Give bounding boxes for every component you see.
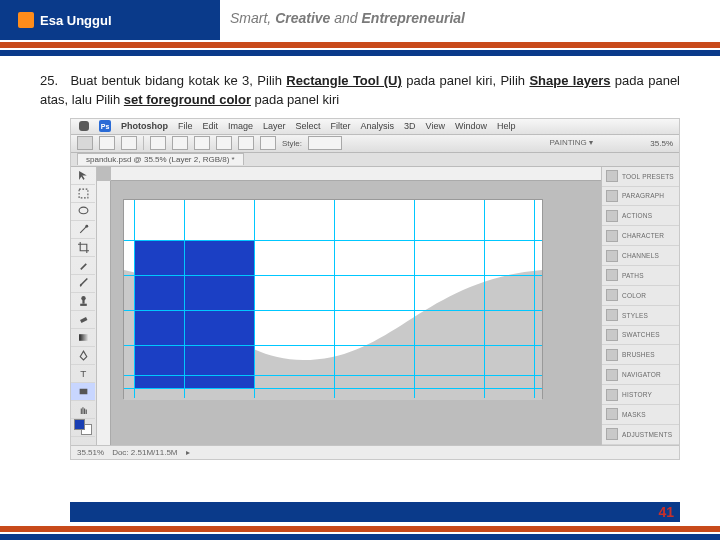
guide-v[interactable] [334, 200, 335, 398]
panel-history[interactable]: HISTORY [602, 385, 679, 405]
svg-point-5 [81, 296, 85, 300]
workspace: T [71, 167, 679, 445]
panel-navigator[interactable]: NAVIGATOR [602, 365, 679, 385]
guide-v[interactable] [484, 200, 485, 398]
fill-pixels-button[interactable] [121, 136, 137, 150]
stamp-tool[interactable] [71, 293, 95, 311]
panel-icon [606, 250, 618, 262]
brush-tool[interactable] [71, 275, 95, 293]
guide-v[interactable] [414, 200, 415, 398]
foreground-background-color[interactable] [71, 419, 95, 437]
tools-panel: T [71, 167, 97, 445]
brand-text: Esa Unggul [40, 13, 112, 28]
panel-brushes[interactable]: BRUSHES [602, 345, 679, 365]
guide-v[interactable] [184, 200, 185, 398]
guide-h[interactable] [124, 240, 542, 241]
svg-rect-9 [79, 388, 87, 394]
header-rule-orange [0, 42, 720, 48]
shape-custom-icon[interactable] [260, 136, 276, 150]
svg-point-2 [85, 224, 88, 227]
menu-analysis[interactable]: Analysis [361, 121, 395, 131]
page-number: 41 [658, 504, 674, 520]
wand-tool[interactable] [71, 221, 95, 239]
right-panel-dock: TOOL PRESETS PARAGRAPH ACTIONS CHARACTER… [601, 167, 679, 445]
menu-layer[interactable]: Layer [263, 121, 286, 131]
menu-image[interactable]: Image [228, 121, 253, 131]
panel-icon [606, 289, 618, 301]
eyedropper-tool[interactable] [71, 257, 95, 275]
rectangle-tool[interactable] [71, 383, 95, 401]
panel-channels[interactable]: CHANNELS [602, 246, 679, 266]
guide-v[interactable] [254, 200, 255, 398]
panel-icon [606, 269, 618, 281]
guide-h[interactable] [124, 375, 542, 376]
panel-character[interactable]: CHARACTER [602, 226, 679, 246]
footer-rule-blue [0, 534, 720, 540]
foreground-color-swatch[interactable] [74, 419, 85, 430]
blue-rectangle-shape [134, 240, 254, 388]
panel-actions[interactable]: ACTIONS [602, 206, 679, 226]
menu-filter[interactable]: Filter [331, 121, 351, 131]
menu-help[interactable]: Help [497, 121, 516, 131]
svg-rect-7 [79, 334, 88, 341]
photoshop-screenshot: Ps Photoshop File Edit Image Layer Selec… [70, 118, 680, 460]
pen-tool[interactable] [71, 347, 95, 365]
panel-color[interactable]: COLOR [602, 286, 679, 306]
shape-layers-button[interactable] [77, 136, 93, 150]
status-zoom[interactable]: 35.51% [77, 448, 104, 457]
panel-paths[interactable]: PATHS [602, 266, 679, 286]
photoshop-app-icon[interactable]: Ps [99, 120, 111, 132]
ruler-horizontal[interactable] [111, 167, 601, 181]
panel-adjustments[interactable]: ADJUSTMENTS [602, 425, 679, 445]
panel-paragraph[interactable]: PARAGRAPH [602, 187, 679, 207]
panel-styles[interactable]: STYLES [602, 306, 679, 326]
header-rule-blue [0, 50, 720, 56]
panel-swatches[interactable]: SWATCHES [602, 326, 679, 346]
style-dropdown[interactable] [308, 136, 342, 150]
status-doc-size[interactable]: Doc: 2.51M/11.5M [112, 448, 177, 457]
panel-masks[interactable]: MASKS [602, 405, 679, 425]
guide-v[interactable] [534, 200, 535, 398]
apple-icon[interactable] [79, 121, 89, 131]
panel-icon [606, 389, 618, 401]
panel-icon [606, 210, 618, 222]
lasso-tool[interactable] [71, 203, 95, 221]
menu-edit[interactable]: Edit [203, 121, 219, 131]
zoom-field[interactable]: 35.5% [650, 139, 673, 148]
menu-3d[interactable]: 3D [404, 121, 416, 131]
menu-view[interactable]: View [426, 121, 445, 131]
menu-select[interactable]: Select [296, 121, 321, 131]
marquee-tool[interactable] [71, 185, 95, 203]
move-tool[interactable] [71, 167, 95, 185]
hand-tool[interactable] [71, 401, 95, 419]
paths-button[interactable] [99, 136, 115, 150]
guide-v[interactable] [134, 200, 135, 398]
guide-h[interactable] [124, 345, 542, 346]
step-number: 25. [40, 72, 66, 91]
type-tool[interactable]: T [71, 365, 95, 383]
panel-icon [606, 349, 618, 361]
crop-tool[interactable] [71, 239, 95, 257]
guide-h[interactable] [124, 388, 542, 389]
shape-ellipse-icon[interactable] [194, 136, 210, 150]
eraser-tool[interactable] [71, 311, 95, 329]
shape-polygon-icon[interactable] [216, 136, 232, 150]
guide-h[interactable] [124, 275, 542, 276]
gradient-tool[interactable] [71, 329, 95, 347]
document-canvas[interactable] [123, 199, 543, 399]
tagline: Smart, Creative and Entrepreneurial [230, 10, 465, 26]
menu-file[interactable]: File [178, 121, 193, 131]
svg-point-1 [79, 207, 88, 214]
svg-text:T: T [80, 368, 86, 379]
panel-tool-presets[interactable]: TOOL PRESETS [602, 167, 679, 187]
shape-roundrect-icon[interactable] [172, 136, 188, 150]
workspace-switcher[interactable]: PAINTING ▾ [550, 138, 593, 147]
panel-icon [606, 190, 618, 202]
menu-window[interactable]: Window [455, 121, 487, 131]
ruler-vertical[interactable] [97, 181, 111, 445]
status-arrow-icon[interactable]: ▸ [186, 448, 190, 457]
shape-line-icon[interactable] [238, 136, 254, 150]
document-tab[interactable]: spanduk.psd @ 35.5% (Layer 2, RGB/8) * [77, 153, 244, 165]
guide-h[interactable] [124, 310, 542, 311]
shape-rect-icon[interactable] [150, 136, 166, 150]
